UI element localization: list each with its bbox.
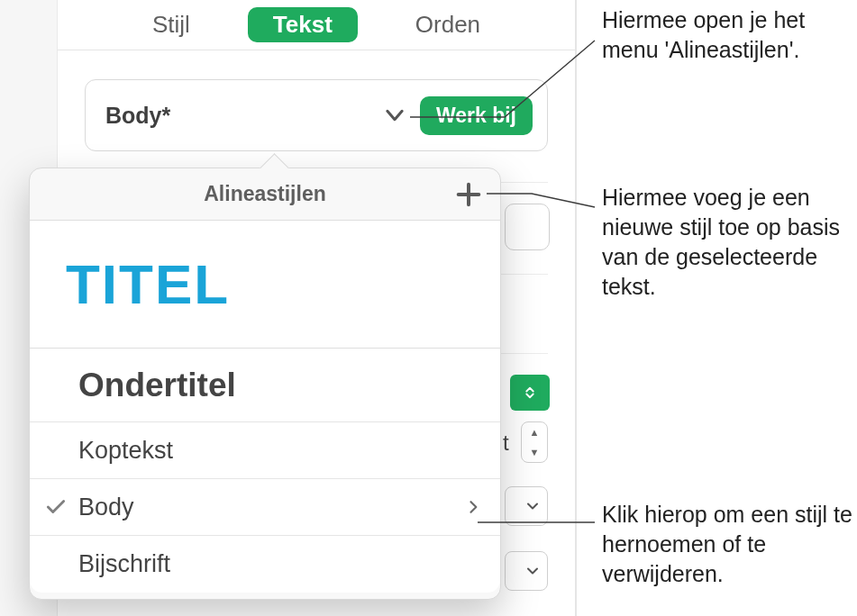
callout-leaders (0, 0, 857, 616)
